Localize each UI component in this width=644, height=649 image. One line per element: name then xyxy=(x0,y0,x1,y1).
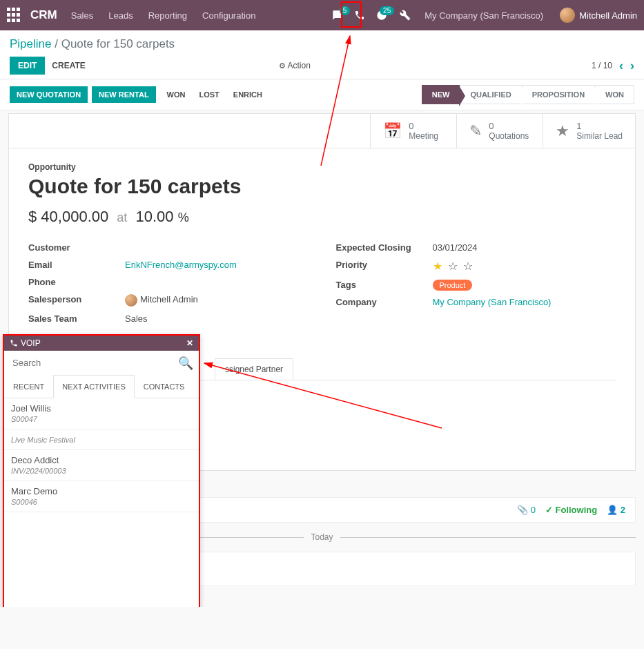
voip-tab-next-activities[interactable]: NEXT ACTIVITIES xyxy=(53,375,135,398)
revenue-row: $ 40,000.00 at 10.00 % xyxy=(28,208,616,226)
label-email: Email xyxy=(28,260,125,270)
pager-next[interactable]: › xyxy=(630,59,634,73)
phone-icon[interactable] xyxy=(354,10,365,21)
voip-tab-contacts[interactable]: CONTACTS xyxy=(135,375,194,398)
status-bar: NEW QUOTATION NEW RENTAL WON LOST ENRICH… xyxy=(0,79,644,110)
value-customer xyxy=(125,242,309,253)
enrich-button[interactable]: ENRICH xyxy=(233,90,262,99)
voip-item[interactable]: Marc Demo S00046 xyxy=(4,481,199,512)
value-company[interactable]: My Company (San Francisco) xyxy=(433,297,616,307)
following-button[interactable]: ✓ Following xyxy=(545,505,597,515)
nav-reporting[interactable]: Reporting xyxy=(148,10,187,21)
phone-icon xyxy=(10,339,18,347)
user-menu[interactable]: Mitchell Admin xyxy=(560,8,637,23)
search-icon[interactable]: 🔍 xyxy=(178,356,193,371)
breadcrumb-current: Quote for 150 carpets xyxy=(61,37,175,50)
smart-quotations[interactable]: ✎ 0Quotations xyxy=(456,114,543,148)
followers-count[interactable]: 👤 2 xyxy=(607,505,625,515)
voip-item[interactable]: Joel Willis S00047 xyxy=(4,398,199,429)
star-icon: ★ xyxy=(556,122,569,140)
create-button[interactable]: CREATE xyxy=(52,61,85,70)
activities-icon[interactable]: 25 xyxy=(376,10,387,21)
voip-close-icon[interactable]: ✕ xyxy=(186,338,193,348)
debug-icon[interactable] xyxy=(400,10,411,21)
activities-badge: 25 xyxy=(380,6,394,15)
smart-buttons: 📅 0Meeting ✎ 0Quotations ★ 1Similar Lead xyxy=(9,114,635,148)
pager: 1 / 10 ‹ › xyxy=(592,59,634,73)
voip-list: Joel Willis S00047 Live Music Festival D… xyxy=(4,398,199,512)
action-menu[interactable]: ⚙ Action xyxy=(279,61,311,70)
control-bar: Pipeline / Quote for 150 carpets EDIT CR… xyxy=(0,30,644,79)
new-rental-button[interactable]: NEW RENTAL xyxy=(92,86,156,103)
messaging-icon[interactable]: 5 xyxy=(332,10,343,21)
apps-icon[interactable] xyxy=(7,8,22,23)
value-expected-closing: 03/01/2024 xyxy=(433,242,616,253)
opportunity-title: Quote for 150 carpets xyxy=(28,175,616,198)
breadcrumb: Pipeline / Quote for 150 carpets xyxy=(10,37,634,51)
label-company: Company xyxy=(336,297,433,307)
label-salesperson: Salesperson xyxy=(28,294,125,307)
smart-meeting[interactable]: 📅 0Meeting xyxy=(370,114,456,148)
pager-text: 1 / 10 xyxy=(592,61,612,70)
voip-item[interactable]: Deco Addict INV/2024/00003 xyxy=(4,450,199,481)
messaging-badge: 5 xyxy=(340,6,351,15)
gear-icon: ⚙ xyxy=(279,61,286,70)
expected-revenue: $ 40,000.00 xyxy=(28,208,108,225)
stage-new[interactable]: NEW xyxy=(422,85,460,104)
app-brand[interactable]: CRM xyxy=(30,8,57,22)
stage-proposition[interactable]: PROPOSITION xyxy=(522,85,595,104)
voip-panel: VOIP ✕ 🔍 RECENT NEXT ACTIVITIES CONTACTS… xyxy=(3,334,200,607)
opportunity-label: Opportunity xyxy=(28,162,616,172)
value-salesperson: Mitchell Admin xyxy=(125,294,309,307)
probability: 10.00 xyxy=(136,208,174,225)
label-phone: Phone xyxy=(28,277,125,287)
value-phone xyxy=(125,277,309,287)
top-navbar: CRM Sales Leads Reporting Configuration … xyxy=(0,0,644,30)
value-priority[interactable]: ★ ☆ ☆ xyxy=(433,260,616,273)
edit-icon: ✎ xyxy=(469,122,482,140)
nav-configuration[interactable]: Configuration xyxy=(202,10,255,21)
value-tags: Product xyxy=(433,280,616,290)
user-avatar xyxy=(560,8,575,23)
company-selector[interactable]: My Company (San Francisco) xyxy=(425,10,543,21)
label-tags: Tags xyxy=(336,280,433,290)
calendar-icon: 📅 xyxy=(383,122,402,140)
voip-search-input[interactable] xyxy=(10,355,178,371)
stage-qualified[interactable]: QUALIFIED xyxy=(460,85,521,104)
voip-title: VOIP xyxy=(21,338,41,348)
value-email[interactable]: ErikNFrench@armyspy.com xyxy=(125,260,309,270)
label-salesteam: Sales Team xyxy=(28,313,125,324)
voip-item[interactable]: Live Music Festival xyxy=(4,429,199,450)
nav-leads[interactable]: Leads xyxy=(108,10,133,21)
value-salesteam: Sales xyxy=(125,313,309,324)
attachments[interactable]: 📎 0 xyxy=(517,505,536,515)
pager-prev[interactable]: ‹ xyxy=(619,59,623,73)
lost-button[interactable]: LOST xyxy=(199,90,219,99)
salesperson-avatar xyxy=(125,294,137,307)
voip-tab-recent[interactable]: RECENT xyxy=(4,375,53,398)
edit-button[interactable]: EDIT xyxy=(10,57,45,75)
stage-bar: NEW QUALIFIED PROPOSITION WON xyxy=(422,85,634,104)
tab-assigned-partner[interactable]: ssigned Partner xyxy=(215,358,293,380)
label-customer: Customer xyxy=(28,242,125,253)
smart-similar[interactable]: ★ 1Similar Lead xyxy=(543,114,635,148)
stage-won[interactable]: WON xyxy=(595,85,634,104)
won-button[interactable]: WON xyxy=(167,90,186,99)
label-priority: Priority xyxy=(336,260,433,273)
breadcrumb-parent[interactable]: Pipeline xyxy=(10,37,52,50)
user-name: Mitchell Admin xyxy=(579,10,637,21)
voip-header[interactable]: VOIP ✕ xyxy=(4,336,199,351)
tag-product[interactable]: Product xyxy=(433,280,473,291)
new-quotation-button[interactable]: NEW QUOTATION xyxy=(10,86,88,103)
nav-sales[interactable]: Sales xyxy=(71,10,94,21)
label-expected-closing: Expected Closing xyxy=(336,242,433,253)
